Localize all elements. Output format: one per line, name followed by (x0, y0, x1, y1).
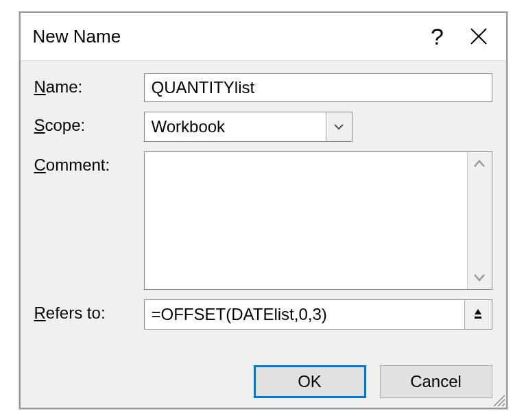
resize-grip[interactable] (491, 393, 505, 406)
titlebar: New Name ? (21, 13, 506, 61)
name-label: Name: (34, 73, 144, 97)
comment-scrollbar[interactable] (467, 152, 492, 289)
name-input[interactable] (144, 73, 492, 102)
ok-button[interactable]: OK (254, 365, 366, 398)
collapse-icon (472, 308, 484, 321)
dialog-title: New Name (33, 26, 417, 47)
refers-to-wrap (144, 299, 492, 330)
close-icon (470, 27, 488, 45)
comment-box (144, 151, 492, 290)
svg-marker-3 (475, 309, 481, 314)
dialog-content: Name: Scope: Workbook Comment: (21, 61, 506, 365)
collapse-dialog-button[interactable] (464, 300, 492, 329)
comment-label: Comment: (34, 151, 144, 175)
help-button[interactable]: ? (417, 16, 458, 57)
refers-to-input[interactable] (145, 300, 464, 329)
chevron-down-icon (334, 123, 344, 130)
refers-to-label: Refers to: (34, 299, 144, 323)
close-button[interactable] (458, 16, 499, 57)
new-name-dialog: New Name ? Name: Scope: Workbook (19, 12, 507, 409)
scope-select[interactable]: Workbook (144, 112, 352, 142)
comment-input[interactable] (145, 152, 467, 289)
scope-dropdown-button[interactable] (326, 112, 352, 141)
scope-label: Scope: (34, 112, 144, 135)
scope-value: Workbook (145, 117, 326, 136)
cancel-button[interactable]: Cancel (380, 365, 492, 398)
svg-rect-2 (475, 317, 481, 319)
svg-line-6 (502, 404, 505, 406)
scroll-down-icon[interactable] (473, 273, 486, 282)
button-row: OK Cancel (21, 365, 506, 408)
scroll-up-icon[interactable] (473, 159, 486, 169)
